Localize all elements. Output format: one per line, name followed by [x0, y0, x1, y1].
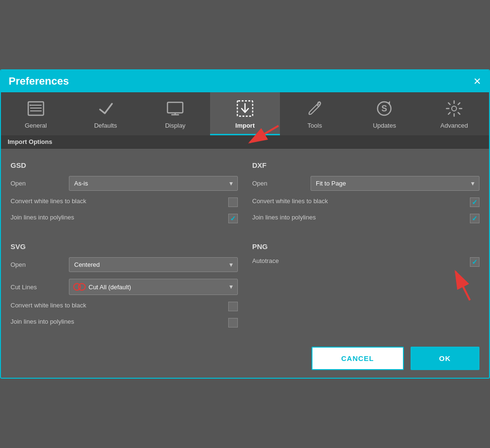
preferences-dialog: Preferences ✕ General [0, 69, 490, 379]
svg-rect-5 [167, 102, 183, 113]
svg-join-row: Join lines into polylines [11, 318, 238, 328]
dialog-title: Preferences [9, 75, 69, 87]
tools-icon [304, 98, 325, 119]
gsd-convert-label: Convert white lines to black [11, 197, 223, 206]
dxf-label: DXF [252, 161, 479, 169]
gsd-join-row: Join lines into polylines [11, 214, 238, 223]
dxf-join-label: Join lines into polylines [252, 214, 464, 222]
dxf-convert-label: Convert white lines to black [252, 197, 464, 206]
nav-label-import: Import [235, 122, 255, 129]
png-autotrace-checkbox[interactable] [470, 257, 479, 267]
png-autotrace-row: Autotrace [252, 257, 479, 267]
svg-convert-row: Convert white lines to black [11, 302, 238, 311]
ok-button[interactable]: OK [411, 347, 480, 370]
svg-convert-label: Convert white lines to black [11, 302, 223, 310]
dxf-convert-row: Convert white lines to black [252, 197, 479, 207]
cancel-button[interactable]: CANCEL [312, 347, 404, 370]
gsd-section: GSD Open As-is ▼ Convert white lines to … [11, 158, 238, 230]
nav-item-defaults[interactable]: Defaults [71, 92, 141, 135]
close-button[interactable]: ✕ [473, 76, 481, 86]
dxf-join-checkbox[interactable] [470, 214, 479, 223]
svg-cutlines-select[interactable]: Cut All (default) [69, 279, 238, 295]
png-section: PNG Autotrace [252, 240, 479, 273]
svg-join-checkbox[interactable] [228, 318, 238, 328]
section-header: Import Options [1, 135, 489, 149]
display-icon [165, 98, 186, 119]
svg-point-17 [78, 284, 85, 290]
import-icon [234, 98, 256, 119]
gsd-join-checkbox[interactable] [228, 214, 238, 223]
png-autotrace-label: Autotrace [252, 257, 464, 265]
content-area: GSD Open As-is ▼ Convert white lines to … [1, 149, 489, 339]
dxf-section: DXF Open Fit to Page ▼ Convert white lin… [252, 158, 479, 230]
svg-open-select[interactable]: Centered [69, 257, 238, 272]
right-column: DXF Open Fit to Page ▼ Convert white lin… [252, 158, 479, 334]
svg-convert-checkbox[interactable] [228, 302, 238, 311]
svg-cutlines-row: Cut Lines Cut All (default) ▼ [11, 279, 238, 295]
left-column: GSD Open As-is ▼ Convert white lines to … [11, 158, 238, 334]
gsd-open-row: Open As-is ▼ [11, 176, 238, 191]
nav-label-updates: Updates [373, 122, 396, 129]
svg-cutlines-value: Cut All (default) [89, 284, 131, 291]
svg-cutlines-label: Cut Lines [11, 284, 63, 291]
nav-label-general: General [25, 122, 47, 129]
svg-point-14 [452, 106, 457, 111]
gsd-convert-row: Convert white lines to black [11, 197, 238, 207]
dxf-join-row: Join lines into polylines [252, 214, 479, 223]
png-label: PNG [252, 242, 479, 251]
dxf-convert-checkbox[interactable] [470, 197, 479, 207]
dxf-open-label: Open [252, 180, 305, 187]
nav-label-display: Display [165, 122, 186, 129]
updates-icon: S [374, 98, 395, 119]
svg-open-row: Open Centered ▼ [11, 257, 238, 272]
dxf-open-select-wrapper: Fit to Page ▼ [311, 176, 479, 191]
gsd-join-label: Join lines into polylines [11, 214, 223, 222]
svg-section: SVG Open Centered ▼ Cut Lines [11, 240, 238, 334]
nav-item-import[interactable]: Import [210, 92, 280, 135]
general-icon [25, 98, 46, 119]
nav-item-tools[interactable]: Tools [280, 92, 350, 135]
gsd-open-select[interactable]: As-is [69, 176, 238, 191]
dxf-open-row: Open Fit to Page ▼ [252, 176, 479, 191]
svg-label: SVG [11, 242, 238, 251]
gsd-label: GSD [11, 161, 238, 169]
svg-join-label: Join lines into polylines [11, 318, 223, 326]
nav-bar: General Defaults Display [1, 92, 489, 135]
nav-label-advanced: Advanced [440, 122, 468, 129]
svg-open-select-wrapper: Centered ▼ [69, 257, 238, 272]
advanced-icon [444, 98, 465, 119]
svg-cutlines-select-wrapper: Cut All (default) ▼ [69, 279, 238, 295]
gsd-convert-checkbox[interactable] [228, 197, 238, 207]
nav-item-updates[interactable]: S Updates [350, 92, 420, 135]
nav-label-defaults: Defaults [94, 122, 117, 129]
nav-item-general[interactable]: General [1, 92, 71, 135]
gsd-open-label: Open [11, 180, 63, 187]
svg-open-label: Open [11, 261, 63, 268]
svg-text:S: S [381, 104, 387, 113]
nav-item-display[interactable]: Display [140, 92, 210, 135]
gsd-open-select-wrapper: As-is ▼ [69, 176, 238, 191]
nav-item-advanced[interactable]: Advanced [419, 92, 489, 135]
dxf-open-select[interactable]: Fit to Page [311, 176, 479, 191]
nav-label-tools: Tools [308, 122, 322, 129]
title-bar: Preferences ✕ [1, 70, 489, 92]
svg-line-9 [317, 105, 319, 107]
defaults-icon [95, 98, 116, 119]
footer: CANCEL OK [1, 339, 489, 378]
cut-lines-icon [73, 282, 86, 292]
